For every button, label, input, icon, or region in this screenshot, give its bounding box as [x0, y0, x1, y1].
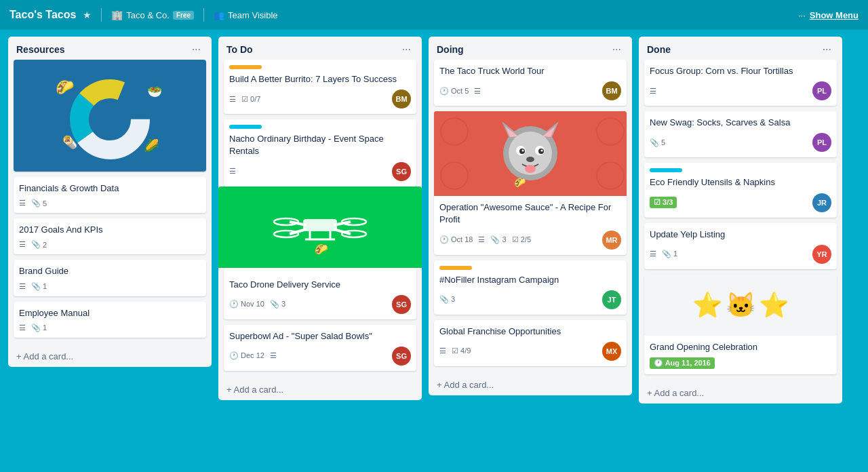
header-right: ··· Show Menu	[798, 10, 859, 20]
card-meta-focus-group: ☰	[650, 87, 656, 96]
card-meta-brand: ☰ 📎 1	[19, 282, 47, 291]
list-menu-button-done[interactable]: ···	[820, 43, 834, 56]
card-superbowl[interactable]: Superbowl Ad - "Super Salad Bowls" 🕐 Dec…	[224, 325, 416, 371]
svg-point-7	[96, 106, 123, 133]
star-right-icon: ⭐	[759, 291, 789, 319]
card-title-goals: 2017 Goals And KPIs	[19, 224, 201, 236]
drone-svg: 🌮	[252, 186, 388, 268]
card-yelp[interactable]: Update Yelp Listing ☰ 📎 1 YR	[644, 223, 837, 269]
list-header-resources: Resources ···	[8, 37, 212, 60]
card-footer-superbowl: 🕐 Dec 12 ☰ SG	[229, 347, 411, 366]
card-meta-instagram: 📎 3	[439, 295, 455, 304]
drone-image-content: 🌮	[218, 186, 422, 268]
avatar-taco-tour: BM	[602, 81, 621, 100]
celebration-image: ⭐ 🐱 ⭐	[644, 275, 837, 336]
attachments-financials: 📎 5	[31, 199, 47, 208]
attachments-drone: 📎 3	[270, 300, 285, 309]
list-menu-button-doing[interactable]: ···	[610, 43, 624, 56]
card-title-yelp: Update Yelp Listing	[650, 229, 831, 241]
card-focus-group[interactable]: Focus Group: Corn vs. Flour Tortillas ☰ …	[644, 60, 837, 106]
list-cards-todo: Build A Better Burrito: 7 Layers To Succ…	[218, 60, 422, 379]
clip-icon-brand: 📎	[31, 282, 41, 291]
list-cards-doing: The Taco Truck World Tour 🕐 Oct 5 ☰ BM	[429, 60, 632, 374]
attachments-swag: 📎 5	[650, 138, 665, 147]
avatar-drone: SG	[392, 295, 411, 314]
date-taco-tour: 🕐 Oct 5	[439, 87, 469, 96]
list-title-doing: Doing	[437, 44, 464, 55]
add-card-resources[interactable]: + Add a card...	[8, 346, 212, 367]
avatar-awesome-sauce: MR	[602, 231, 621, 250]
add-card-done[interactable]: + Add a card...	[639, 382, 842, 404]
list-cards-resources: 🌮 🥗 🌯 🌽 Financials & Growth Data	[8, 60, 212, 346]
list-menu-button-todo[interactable]: ···	[399, 43, 414, 56]
card-footer-burrito: ☰ ☑ 0/7 BM	[229, 90, 411, 109]
card-meta-yelp: ☰ 📎 1	[650, 250, 677, 258]
card-title-utensils: Eco Friendly Utensils & Napkins	[650, 176, 831, 189]
card-footer-grand-opening: 🕐 Aug 11, 2016	[650, 357, 831, 369]
card-footer-financials: ☰ 📎 5	[19, 199, 201, 208]
star-icon[interactable]: ★	[83, 9, 92, 20]
workspace-icon: 🏢	[111, 9, 123, 20]
card-employee[interactable]: Employee Manual ☰ 📎 1	[14, 302, 206, 338]
card-brand[interactable]: Brand Guide ☰ 📎 1	[14, 260, 206, 296]
card-meta-grand-opening: 🕐 Aug 11, 2016	[650, 357, 715, 369]
card-title-instagram: #NoFiller Instagram Campaign	[439, 274, 621, 286]
card-footer-utensils: ☑ 3/3 JR	[650, 193, 831, 212]
badge-utensils: ☑ 3/3	[650, 197, 677, 208]
workspace-name: Taco & Co.	[126, 10, 170, 20]
label-nacho	[229, 125, 262, 129]
card-meta-goals: ☰ 📎 2	[19, 240, 47, 249]
card-footer-instagram: 📎 3 JT	[439, 290, 621, 309]
list-menu-button-resources[interactable]: ···	[189, 43, 203, 56]
avatar-franchise: MX	[602, 342, 621, 361]
card-utensils[interactable]: Eco Friendly Utensils & Napkins ☑ 3/3 JR	[644, 163, 837, 217]
card-instagram[interactable]: #NoFiller Instagram Campaign 📎 3 JT	[434, 260, 627, 315]
card-title-nacho: Nacho Ordinary Birthday - Event Space Re…	[229, 133, 411, 157]
avatar-swag: PL	[812, 133, 831, 152]
card-financials[interactable]: Financials & Growth Data ☰ 📎 5	[14, 177, 206, 213]
card-franchise[interactable]: Global Franchise Opportunities ☰ ☑ 4/9 M…	[434, 320, 627, 366]
svg-point-33	[522, 150, 524, 152]
avatar-burrito: BM	[392, 90, 411, 109]
lines-franchise: ☰	[439, 347, 446, 355]
card-swag[interactable]: New Swag: Socks, Scarves & Salsa 📎 5 PL	[644, 111, 837, 157]
card-meta-utensils: ☑ 3/3	[650, 197, 677, 208]
card-footer-awesome-sauce: 🕐 Oct 18 ☰ 📎 3 ☑ 2/5 MR	[439, 231, 621, 250]
card-nacho[interactable]: Nacho Ordinary Birthday - Event Space Re…	[224, 119, 416, 186]
lines-icon-brand: ☰	[19, 282, 26, 291]
avatar-yelp: YR	[812, 245, 831, 264]
card-meta-drone: 🕐 Nov 10 📎 3	[229, 300, 285, 309]
list-header-doing: Doing ···	[429, 37, 632, 60]
card-drone[interactable]: 🌮 Taco Drone Delivery Service 🕐 Nov 10 📎…	[224, 186, 416, 319]
lines-icon-superbowl: ☰	[270, 351, 277, 360]
avatar-nacho: SG	[392, 162, 411, 181]
donut-chart: 🌮 🥗 🌯 🌽	[42, 68, 178, 163]
list-todo: To Do ··· Build A Better Burrito: 7 Laye…	[218, 37, 422, 400]
lines-icon-burrito: ☰	[229, 95, 236, 104]
add-card-doing[interactable]: + Add a card...	[429, 374, 632, 395]
attachments-employee: 📎 1	[31, 323, 47, 332]
card-goals[interactable]: 2017 Goals And KPIs ☰ 📎 2	[14, 218, 206, 254]
card-taco-tour[interactable]: The Taco Truck World Tour 🕐 Oct 5 ☰ BM	[434, 60, 627, 106]
svg-text:🌮: 🌮	[315, 243, 328, 256]
card-title-grand-opening: Grand Opening Celebration	[650, 341, 831, 353]
card-footer-taco-tour: 🕐 Oct 5 ☰ BM	[439, 81, 621, 100]
attachments-goals: 📎 2	[31, 240, 47, 249]
list-header-done: Done ···	[639, 37, 842, 60]
divider-1	[101, 8, 102, 22]
lines-icon-taco-tour: ☰	[474, 87, 481, 96]
lines-yelp: ☰	[650, 250, 656, 258]
card-meta-employee: ☰ 📎 1	[19, 323, 47, 332]
card-awesome-sauce[interactable]: 🌮 Operation "Awesome Sauce" - A Recipe F…	[434, 111, 627, 254]
svg-text:🌮: 🌮	[514, 177, 526, 189]
show-menu-button[interactable]: Show Menu	[810, 10, 859, 20]
card-burrito[interactable]: Build A Better Burrito: 7 Layers To Succ…	[224, 60, 416, 114]
card-footer-brand: ☰ 📎 1	[19, 282, 201, 291]
add-card-todo[interactable]: + Add a card...	[218, 379, 422, 400]
date-drone: 🕐 Nov 10	[229, 300, 264, 309]
card-grand-opening[interactable]: ⭐ 🐱 ⭐ Grand Opening Celebration 🕐 Aug 11…	[644, 275, 837, 374]
label-burrito	[229, 65, 262, 69]
card-financials-image[interactable]: 🌮 🥗 🌯 🌽	[14, 60, 206, 172]
list-title-todo: To Do	[226, 44, 253, 55]
drone-card-body: Taco Drone Delivery Service 🕐 Nov 10 📎 3…	[224, 273, 416, 319]
